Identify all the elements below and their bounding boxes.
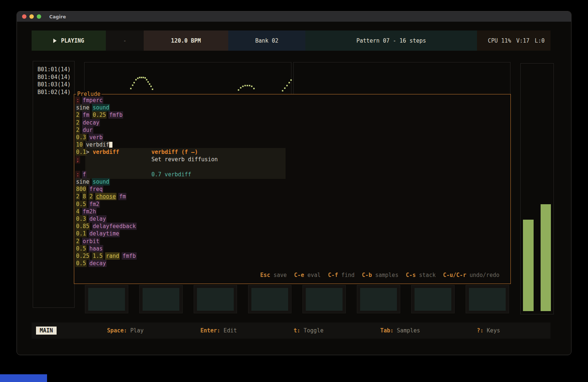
bpm-display[interactable]: 120.0 BPM — [144, 30, 228, 51]
code-token: sine — [75, 104, 90, 111]
code-token: freq — [89, 185, 103, 193]
sparkline-dot — [132, 84, 133, 86]
pattern-list-item[interactable]: B01:01(14) — [33, 66, 74, 73]
sparkline-dot — [238, 89, 239, 91]
status-bar: MAIN Space: PlayEnter: Editt: ToggleTab:… — [32, 322, 551, 339]
code-token: 2 — [75, 126, 80, 134]
sample-pad-surface — [88, 288, 125, 311]
code-line[interactable]: 0.85 delayfeedback — [76, 223, 509, 230]
code-editor[interactable]: Prelude verbdiff (f —) Set reverb diffus… — [74, 94, 511, 284]
code-token: 800 — [75, 185, 87, 193]
sample-pad[interactable] — [466, 285, 509, 313]
hint-label: samples — [372, 272, 398, 278]
code-line[interactable]: 2 8 2 choose fm — [76, 193, 509, 200]
code-line[interactable]: : fmperc — [76, 97, 509, 104]
code-line[interactable]: 4 fm2h — [76, 208, 509, 215]
sample-pad[interactable] — [357, 285, 400, 313]
code-token: 10 — [75, 141, 83, 148]
sparkline-dot — [253, 88, 255, 89]
code-line[interactable]: 2 fm 0.25 fmfb — [76, 111, 509, 119]
code-line[interactable]: 10 verbdif — [76, 141, 509, 148]
code-line[interactable]: sine sound — [76, 178, 509, 185]
sample-pad[interactable] — [85, 285, 128, 313]
code-token: f — [82, 171, 87, 178]
bank-value: Bank 02 — [255, 37, 278, 44]
hint-key: C-e — [294, 272, 304, 278]
sample-pad-surface — [469, 288, 506, 311]
code-token: verb — [89, 134, 103, 141]
zoom-window-button[interactable] — [37, 14, 41, 19]
code-line[interactable]: 0.25 1.5 rand fmfb — [76, 252, 509, 260]
latency-count: L:0 — [535, 37, 545, 44]
code-token: verbdiff — [92, 148, 120, 156]
code-token: 0.5 — [75, 260, 87, 267]
minimize-window-button[interactable] — [29, 14, 34, 19]
pattern-list-item[interactable]: B01:03(14) — [33, 81, 74, 89]
hint-label: undo/redo — [466, 272, 499, 278]
sparkline-dot — [282, 90, 283, 91]
code-token: delayfeedback — [92, 223, 136, 230]
sample-pad-surface — [197, 288, 234, 311]
hint-label: save — [270, 272, 287, 278]
code-line[interactable]: 2 decay — [76, 119, 509, 126]
code-line[interactable]: 2 dur — [76, 126, 509, 134]
code-token: 0.5 — [75, 245, 87, 252]
code-line[interactable]: 0.1 delaytime — [76, 230, 509, 237]
code-line[interactable]: 0.5 fm2 — [76, 201, 509, 208]
code-line[interactable] — [76, 163, 509, 171]
window-titlebar[interactable]: Cagire — [17, 11, 571, 22]
code-token: decay — [82, 119, 100, 126]
code-token: 2 — [89, 193, 93, 200]
hint-label: Toggle — [300, 327, 323, 334]
sample-pad-surface — [251, 288, 288, 311]
topbar-empty-segment: - — [106, 30, 144, 51]
editor-hint: C-f find — [328, 272, 355, 278]
code-line[interactable]: 0.3 verb — [76, 134, 509, 141]
code-token: verbdif — [85, 141, 110, 148]
editor-hint: C-e eval — [294, 272, 320, 278]
pattern-display[interactable]: Pattern 07 - 16 steps — [305, 30, 477, 51]
code-token: fmfb — [122, 252, 136, 260]
sparkline-dot — [150, 86, 152, 87]
hint-key: t: — [294, 327, 300, 334]
code-line[interactable]: 800 freq — [76, 185, 509, 193]
code-line[interactable]: 0.5 haas — [76, 245, 509, 252]
code-line[interactable]: 0.1> verbdiff — [76, 148, 509, 156]
code-line[interactable]: ; — [76, 156, 509, 163]
meter-bar-right — [541, 204, 551, 311]
screen: Cagire PLAYING - 120.0 BPM Bank 02 Patte… — [0, 0, 588, 382]
hint-label: Edit — [220, 327, 237, 334]
sparkline-dot — [147, 81, 149, 83]
sample-pad[interactable] — [194, 285, 237, 313]
editor-keybinding-hints: Esc saveC-e evalC-f findC-b samplesC-s s… — [260, 272, 499, 278]
code-token: 2 — [75, 119, 80, 126]
sample-pad[interactable] — [302, 285, 346, 313]
code-lines[interactable]: : fmpercsine sound2 fm 0.25 fmfb2 decay2… — [76, 97, 509, 267]
code-line[interactable]: : f — [76, 171, 509, 178]
pattern-list-item[interactable]: B01:04(14) — [33, 73, 74, 81]
sparkline-dot — [240, 87, 241, 89]
sample-pad[interactable] — [411, 285, 455, 313]
sparkline-dot — [288, 82, 290, 83]
close-window-button[interactable] — [22, 14, 26, 19]
code-token: haas — [89, 245, 103, 252]
sparkline-dot — [130, 88, 132, 89]
transport-status[interactable]: PLAYING — [32, 30, 106, 51]
code-line[interactable]: 0.3 delay — [76, 215, 509, 223]
engine-stats: CPU 11% V:17 L:0 — [477, 30, 551, 51]
sparkline-dot — [146, 79, 147, 80]
code-token: 4 — [75, 208, 80, 215]
code-line[interactable]: 2 orbit — [76, 238, 509, 245]
pattern-list-item[interactable]: B01:02(14) — [33, 89, 74, 96]
window-title: Cagire — [49, 14, 66, 19]
code-line[interactable]: sine sound — [76, 104, 509, 111]
sample-pad[interactable] — [248, 285, 291, 313]
code-token: 2 — [75, 111, 80, 119]
bank-display[interactable]: Bank 02 — [228, 30, 305, 51]
code-token: 0.5 — [75, 201, 87, 208]
hint-label: find — [338, 272, 355, 278]
sample-pad[interactable] — [139, 285, 183, 313]
meter-bar-left — [523, 220, 534, 311]
code-line[interactable]: 0.5 decay — [76, 260, 509, 267]
hint-label: Samples — [394, 327, 420, 334]
